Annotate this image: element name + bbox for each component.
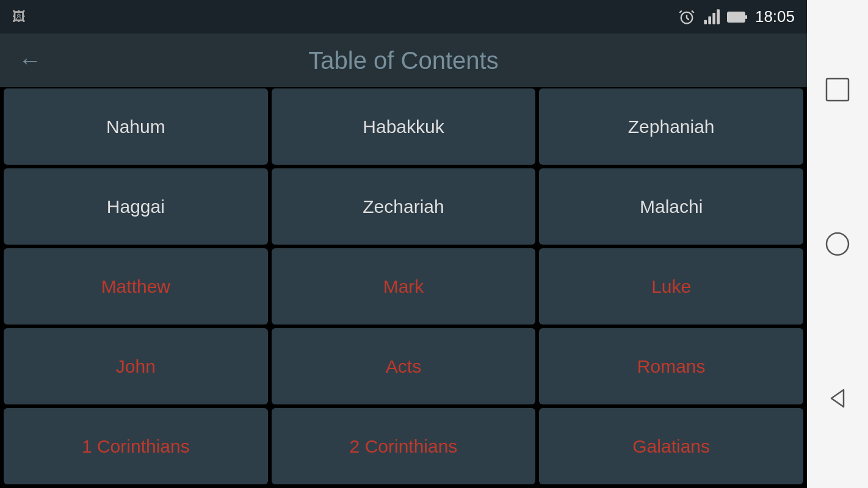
svg-rect-6 bbox=[728, 13, 744, 21]
status-time: 18:05 bbox=[755, 7, 795, 26]
book-button[interactable]: Haggai bbox=[4, 168, 268, 245]
svg-point-9 bbox=[826, 233, 848, 255]
book-button[interactable]: Luke bbox=[539, 248, 803, 325]
status-bar-right: 18:05 bbox=[678, 7, 795, 26]
book-button[interactable]: Romans bbox=[539, 328, 803, 404]
back-nav-button[interactable] bbox=[819, 380, 856, 417]
svg-rect-3 bbox=[712, 13, 715, 24]
svg-rect-2 bbox=[708, 16, 711, 24]
book-button[interactable]: John bbox=[4, 328, 268, 404]
book-button[interactable]: Galatians bbox=[539, 408, 803, 484]
battery-icon bbox=[727, 10, 748, 24]
book-button[interactable]: Mark bbox=[272, 248, 536, 325]
book-button[interactable]: Habakkuk bbox=[272, 88, 536, 165]
book-button[interactable]: Malachi bbox=[539, 168, 803, 245]
book-button[interactable]: Matthew bbox=[4, 248, 268, 325]
svg-rect-1 bbox=[704, 20, 707, 24]
status-bar-left: 🖼 bbox=[12, 9, 26, 25]
book-button[interactable]: Zephaniah bbox=[539, 88, 803, 165]
svg-rect-8 bbox=[826, 79, 848, 101]
back-button[interactable]: ← bbox=[18, 49, 42, 72]
square-button[interactable] bbox=[819, 71, 856, 108]
book-button[interactable]: 1 Corinthians bbox=[4, 408, 268, 484]
book-button[interactable]: Acts bbox=[272, 328, 536, 404]
circle-button[interactable] bbox=[819, 226, 856, 262]
book-button[interactable]: Zechariah bbox=[272, 168, 536, 245]
status-bar: 🖼 18:05 bbox=[0, 0, 807, 34]
alarm-icon bbox=[678, 9, 695, 26]
toolbar-title: Table of Contents bbox=[60, 47, 747, 74]
signal-icon bbox=[703, 9, 720, 26]
app-area: 🖼 18:05 bbox=[0, 0, 807, 488]
grid-container: NahumHabakkukZephaniahHaggaiZechariahMal… bbox=[0, 88, 807, 488]
photo-icon: 🖼 bbox=[12, 9, 26, 25]
toolbar: ← Table of Contents bbox=[0, 34, 807, 88]
book-grid: NahumHabakkukZephaniahHaggaiZechariahMal… bbox=[0, 88, 807, 488]
side-nav bbox=[807, 0, 868, 488]
svg-rect-4 bbox=[717, 9, 720, 24]
svg-marker-10 bbox=[831, 390, 844, 407]
book-button[interactable]: Nahum bbox=[4, 88, 268, 165]
svg-rect-7 bbox=[745, 15, 747, 19]
book-button[interactable]: 2 Corinthians bbox=[272, 408, 536, 484]
